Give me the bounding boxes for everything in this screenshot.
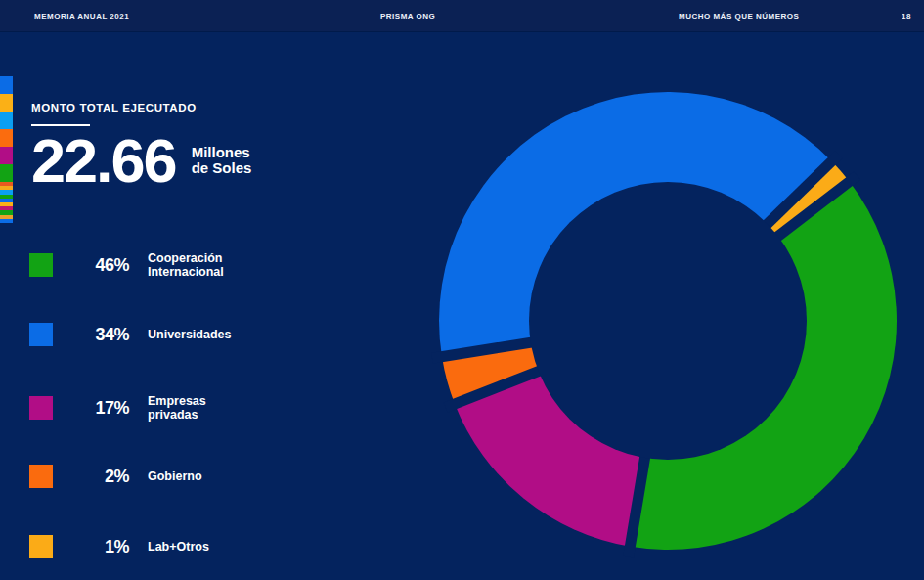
legend-label-line: Internacional [148,265,224,279]
org-name: PRISMA ONG [380,0,435,32]
legend-label-line: Gobierno [148,469,202,483]
summary-panel: MONTO TOTAL EJECUTADO 22.66 Millones de … [31,102,251,189]
legend-item: 46% Cooperación Internacional [29,251,224,279]
stripe-segment [0,164,13,182]
donut-segment-lab-otros [668,161,850,321]
legend-item: 2% Gobierno [29,465,202,488]
donut-segment-universidades [439,92,832,357]
segment-gap [446,321,668,408]
stripe-segment [0,76,13,94]
report-title: MEMORIA ANUAL 2021 [34,0,129,32]
donut-segment-empresas-privadas [455,321,668,547]
legend-label: Universidades [148,328,231,341]
stripe-segment [0,112,13,129]
legend-percentage: 1% [61,537,129,558]
legend-item: 34% Universidades [29,323,231,346]
legend-label: Lab+Otros [148,540,209,554]
amount-unit: Millones de Soles [192,145,252,175]
stripe-segment [0,219,13,223]
segment-gap [668,155,839,321]
page-number: 18 [902,0,911,32]
report-page: { "page": { "background": "#04235e" }, "… [0,0,924,580]
legend-label: Cooperación Internacional [148,251,224,279]
amount-row: 22.66 Millones de Soles [31,132,251,189]
legend-swatch [29,396,53,420]
stripe-segment [0,147,13,164]
segment-gap [668,176,858,322]
segment-gap [432,321,668,358]
donut-chart [0,0,924,580]
total-amount: 22.66 [31,132,176,189]
page-header: MEMORIA ANUAL 2021 PRISMA ONG MUCHO MÁS … [0,0,924,32]
legend-swatch [29,465,53,488]
legend-swatch [29,323,53,346]
legend-label-line: Lab+Otros [148,540,209,554]
legend-label-line: privadas [148,408,206,422]
color-stripe [0,76,13,223]
legend-swatch [29,535,53,558]
legend-percentage: 2% [61,467,129,487]
legend-label: Gobierno [148,469,202,483]
donut-hole [529,182,807,460]
legend-percentage: 46% [61,255,129,276]
stripe-segment [0,129,13,147]
legend-percentage: 17% [61,398,129,419]
tagline: MUCHO MÁS QUE NÚMEROS [679,0,799,32]
segment-gap [629,321,668,557]
legend-swatch [29,253,53,277]
amount-unit-line1: Millones [192,145,252,160]
donut-segment-cooperaci-n-internacional [630,182,897,551]
legend-item: 17% Empresas privadas [29,394,206,422]
stripe-segment [0,94,13,112]
amount-unit-line2: de Soles [192,160,252,176]
legend-label: Empresas privadas [148,394,206,422]
legend-item: 1% Lab+Otros [29,535,209,558]
legend-label-line: Empresas [148,394,206,408]
donut-segment-gobierno [442,321,668,404]
summary-title: MONTO TOTAL EJECUTADO [31,102,251,113]
legend-label-line: Universidades [148,328,231,341]
legend-percentage: 34% [61,325,129,345]
legend-label-line: Cooperación [148,251,224,265]
